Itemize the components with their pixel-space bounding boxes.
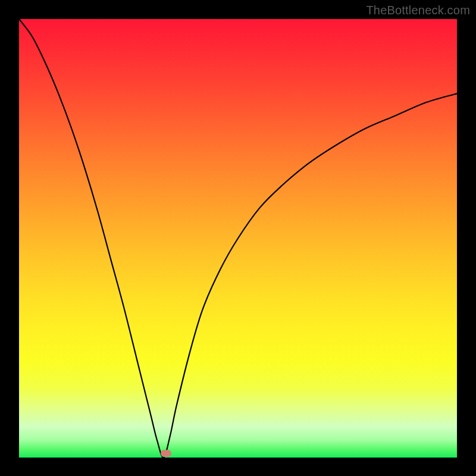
plot-area — [19, 19, 457, 458]
bottleneck-curve — [19, 19, 457, 458]
chart-frame: TheBottleneck.com — [0, 0, 476, 476]
minimum-marker — [161, 450, 171, 457]
watermark-text: TheBottleneck.com — [366, 4, 470, 17]
